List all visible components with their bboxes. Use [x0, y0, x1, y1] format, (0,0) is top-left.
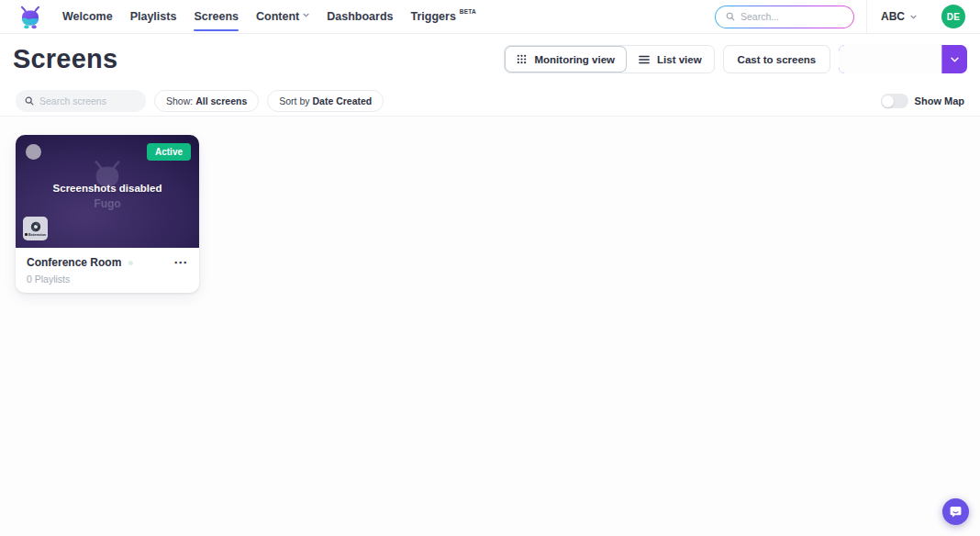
fugo-logo-icon[interactable] — [17, 4, 44, 30]
view-button-label: Monitoring view — [534, 54, 615, 65]
sort-filter[interactable]: Sort by Date Created — [267, 90, 384, 112]
list-lines-icon — [639, 55, 650, 64]
create-screens-dropdown[interactable] — [942, 45, 967, 73]
page-title: Screens — [13, 44, 117, 74]
chevron-down-icon — [303, 13, 309, 17]
screen-card-footer: Conference Room ⋯ 0 Playlists — [16, 248, 199, 293]
nav-item-content[interactable]: Content — [256, 6, 309, 27]
chevron-down-icon — [910, 15, 917, 19]
view-toggle-group: Monitoring view List view — [504, 45, 714, 73]
nav-label: Dashboards — [327, 10, 393, 23]
screens-search-input[interactable] — [39, 95, 137, 106]
nav-label: Screens — [194, 10, 239, 23]
nav-divider — [866, 0, 867, 33]
nav-label: Triggers — [411, 10, 456, 23]
list-view-button[interactable]: List view — [627, 46, 714, 73]
show-filter-prefix: Show: — [166, 95, 193, 106]
playlists-count: 0 Playlists — [27, 274, 188, 285]
nav-item-welcome[interactable]: Welcome — [62, 6, 113, 27]
show-filter[interactable]: Show: All screens — [154, 90, 259, 112]
main-nav: Welcome Playlists Screens Content Dashbo… — [62, 6, 476, 27]
show-map-toggle[interactable] — [881, 94, 908, 108]
screens-search[interactable] — [16, 90, 146, 112]
grid-icon — [517, 54, 527, 64]
status-dot — [128, 261, 133, 265]
nav-item-dashboards[interactable]: Dashboards — [327, 6, 393, 27]
kebab-menu-icon[interactable]: ⋯ — [173, 258, 188, 267]
chat-bubble-icon — [949, 505, 963, 519]
nav-label: Playlists — [130, 10, 177, 23]
screen-thumbnail[interactable]: Active Screenshots disabled Fugo — [16, 135, 199, 248]
screen-card[interactable]: Active Screenshots disabled Fugo — [16, 135, 199, 293]
player-type-badge: Extension — [23, 217, 48, 240]
screen-name: Conference Room — [27, 256, 121, 269]
nav-label: Welcome — [62, 10, 113, 23]
sort-filter-value: Date Created — [313, 95, 373, 106]
show-map-label: Show Map — [915, 95, 964, 106]
chevron-down-icon — [951, 57, 959, 62]
view-button-label: List view — [657, 54, 702, 65]
create-screens-main[interactable]: Create Screens — [839, 45, 941, 73]
nav-label: Content — [256, 10, 299, 23]
screenshots-disabled-text: Screenshots disabled — [53, 183, 162, 194]
chat-launcher-button[interactable] — [942, 498, 969, 525]
cast-to-screens-button[interactable]: Cast to screens — [723, 45, 831, 73]
filter-bar: Show: All screens Sort by Date Created S… — [0, 86, 980, 117]
screen-name-row: Conference Room ⋯ — [27, 256, 188, 269]
search-icon — [25, 96, 34, 106]
top-nav: Welcome Playlists Screens Content Dashbo… — [0, 0, 980, 34]
toggle-knob — [882, 95, 894, 107]
nav-item-screens[interactable]: Screens — [194, 6, 239, 27]
show-map-group: Show Map — [881, 94, 964, 108]
player-badge-label: Extension — [25, 233, 46, 237]
sort-filter-prefix: Sort by — [279, 95, 309, 106]
chrome-extension-icon — [30, 221, 41, 232]
overlay-brand-text: Fugo — [94, 197, 120, 210]
player-badge-text: Extension — [28, 233, 46, 237]
nav-item-playlists[interactable]: Playlists — [130, 6, 177, 27]
monitoring-view-button[interactable]: Monitoring view — [505, 46, 627, 73]
avatar-initials: DE — [947, 12, 961, 22]
mini-icon — [25, 233, 28, 236]
page-header: Screens Monitoring view List view — [0, 34, 980, 86]
nav-item-triggers[interactable]: Triggers BETA — [411, 6, 476, 27]
show-filter-value: All screens — [195, 95, 247, 106]
header-actions: Monitoring view List view Cast to screen… — [504, 45, 967, 73]
org-label: ABC — [881, 10, 905, 23]
org-switcher[interactable]: ABC — [881, 10, 917, 23]
screens-grid: Active Screenshots disabled Fugo — [0, 117, 980, 536]
create-screens-button: Create Screens — [839, 45, 967, 73]
global-search-input[interactable] — [741, 11, 843, 22]
user-avatar[interactable]: DE — [941, 5, 965, 28]
beta-badge: BETA — [460, 8, 476, 15]
global-search[interactable] — [715, 6, 854, 28]
search-icon — [726, 12, 735, 21]
